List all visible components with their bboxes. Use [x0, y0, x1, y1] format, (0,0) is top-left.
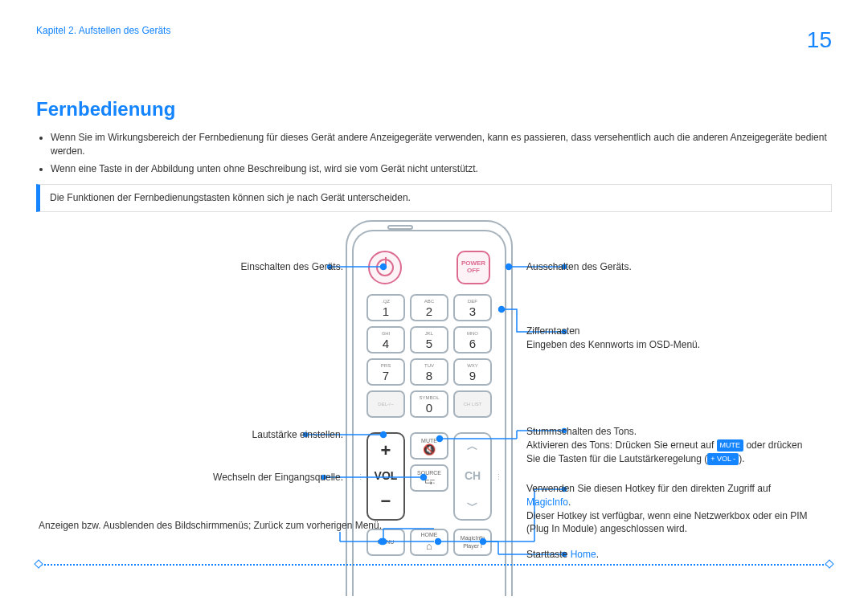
key-number: 2 — [426, 305, 432, 317]
keypad-key-0[interactable]: SYMBOL0 — [410, 390, 448, 418]
keypad: .QZ1ABC2DEF3GHI4JKL5MNO6PRS7TUV8WXY9DEL-… — [366, 294, 492, 418]
intro-bullets: Wenn Sie im Wirkungsbereich der Fernbedi… — [36, 131, 832, 176]
bullet-2: Wenn eine Taste in der Abbildung unten o… — [51, 162, 832, 176]
keypad-key-4[interactable]: GHI4 — [366, 326, 405, 353]
volume-down-icon: − — [381, 489, 391, 514]
magicinfo-link[interactable]: MagicInfo — [526, 497, 568, 508]
callout-mute: Stummschalten des Tons. Aktivieren des T… — [526, 425, 808, 465]
callout-home: Starttaste Home. — [526, 548, 599, 562]
power-on-button[interactable] — [368, 251, 402, 284]
volume-rocker[interactable]: + VOL − — [366, 432, 405, 521]
key-number: 7 — [383, 370, 389, 382]
volume-label: VOL — [375, 468, 398, 484]
callout-mute-2: Aktivieren des Tons: Drücken Sie erneut … — [526, 439, 808, 466]
note-box: Die Funktionen der Fernbedienungstasten … — [36, 184, 832, 212]
menu-label: MENU — [378, 538, 395, 546]
magicinfo-label-bottom: Player I — [463, 542, 482, 550]
section-title: Fernbedienung — [36, 96, 868, 123]
keypad-key-2[interactable]: ABC2 — [410, 294, 448, 321]
callout-power-off: Ausschalten des Geräts. — [526, 260, 632, 274]
key-number: 3 — [469, 305, 476, 317]
home-label: HOME — [421, 531, 438, 539]
menu-button[interactable]: MENU — [366, 529, 405, 556]
magicinfo-label-top: MagicInfo — [461, 534, 485, 542]
power-off-button[interactable]: POWER OFF — [457, 251, 490, 284]
callout-digits-body: Eingeben des Kennworts im OSD-Menü. — [526, 338, 700, 352]
channel-up-icon: ︿ — [467, 439, 478, 455]
volume-up-icon: + — [381, 439, 391, 464]
page-number: 15 — [807, 24, 832, 55]
callout-digits-title: Zifferntasten — [526, 325, 700, 338]
keypad-key-7[interactable]: PRS7 — [366, 358, 405, 386]
keypad-key-8[interactable]: TUV8 — [410, 358, 448, 386]
key-legend: CH LIST — [463, 401, 481, 407]
callout-magicinfo-body: Dieser Hotkey ist verfügbar, wenn eine N… — [526, 509, 808, 537]
key-number: 5 — [426, 337, 432, 349]
bullet-1: Wenn Sie im Wirkungsbereich der Fernbedi… — [51, 131, 832, 158]
source-button[interactable]: SOURCE ⮓ — [410, 464, 448, 492]
mute-icon: 🔇 — [423, 444, 436, 455]
channel-rocker[interactable]: ︿ CH ﹀ — [453, 432, 492, 521]
chapter-label: Kapitel 2. Aufstellen des Geräts — [36, 24, 170, 38]
remote-inner-outline: POWER OFF .QZ1ABC2DEF3GHI4JKL5MNO6PRS7TU… — [352, 230, 506, 596]
home-button[interactable]: HOME ⌂ — [410, 529, 448, 556]
key-number: 0 — [426, 402, 432, 414]
keypad-key-chlist: CH LIST — [453, 390, 492, 418]
vol-badge: + VOL - — [707, 453, 739, 465]
home-link[interactable]: Home — [571, 549, 596, 560]
keypad-key-5[interactable]: JKL5 — [410, 326, 448, 353]
keypad-key-del: DEL-/-- — [366, 390, 405, 418]
channel-down-icon: ﹀ — [467, 498, 478, 514]
key-number: 8 — [426, 370, 432, 382]
source-icon: ⮓ — [424, 476, 435, 487]
keypad-key-3[interactable]: DEF3 — [453, 294, 492, 321]
power-off-label-bottom: OFF — [467, 268, 480, 275]
callout-source: Wechseln der Eingangsquelle. — [213, 471, 343, 484]
callout-magicinfo: Verwenden Sie diesen Hotkey für den dire… — [526, 482, 808, 536]
mute-badge: MUTE — [717, 439, 744, 452]
power-icon — [376, 259, 394, 276]
callout-menu: Anzeigen bzw. Ausblenden des Bildschirmm… — [39, 519, 382, 533]
callout-digits: Zifferntasten Eingeben des Kennworts im … — [526, 325, 700, 352]
callout-volume: Lautstärke einstellen. — [252, 428, 343, 442]
callout-power-on: Einschalten des Geräts. — [241, 260, 343, 274]
keypad-key-6[interactable]: MNO6 — [453, 326, 492, 353]
home-icon: ⌂ — [426, 539, 432, 554]
brail-dots-icon: ⋮ — [357, 472, 365, 483]
callout-mute-1: Stummschalten des Tons. — [526, 425, 808, 439]
magicinfo-button[interactable]: MagicInfo Player I — [453, 529, 492, 556]
key-legend: DEL-/-- — [378, 401, 393, 407]
key-number: 1 — [383, 305, 389, 317]
keypad-key-9[interactable]: WXY9 — [453, 358, 492, 386]
keypad-key-1[interactable]: .QZ1 — [366, 294, 405, 321]
section-divider-icon — [39, 564, 829, 566]
mute-button[interactable]: MUTE 🔇 — [410, 432, 448, 460]
key-number: 4 — [383, 337, 389, 349]
key-number: 6 — [469, 337, 476, 349]
channel-label: CH — [465, 468, 481, 484]
brail-dots-icon: ⋮ — [495, 472, 503, 483]
key-number: 9 — [469, 370, 476, 382]
